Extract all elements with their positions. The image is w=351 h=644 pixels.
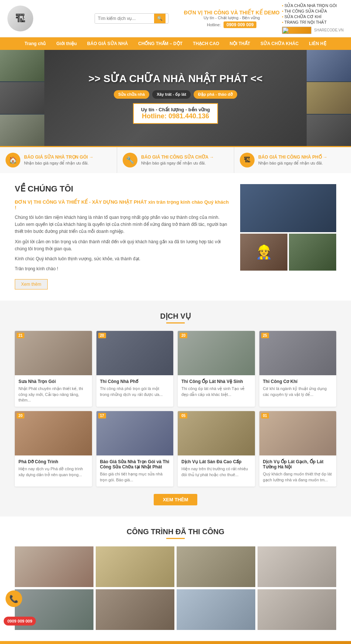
hero-badge-3[interactable]: Đập phá - tháo dỡ <box>194 90 237 99</box>
link-1[interactable]: • SỬA CHỮA NHÀ TRỌN GÓI <box>282 3 337 9</box>
about-para-3: Kính chúc Quý khách luôn thịnh vượng, sứ… <box>15 255 229 262</box>
header: 🔍 ĐƠN VỊ THI CÔNG VÀ THIẾT KẾ DEMO Uy tí… <box>0 0 351 37</box>
hero-left-img-3 <box>0 115 44 146</box>
nav-noi-that[interactable]: NỘI THẤT <box>224 37 255 50</box>
service-card-1[interactable]: 21 Sưa Nhà Trọn Gói Nhật Phát chuyên nhậ… <box>15 331 92 407</box>
company-title: ĐƠN VỊ THI CÔNG VÀ THIẾT KẾ DEMO <box>181 10 282 16</box>
nav-lien-he[interactable]: LIÊN HỆ <box>304 37 331 50</box>
nav-trang-chu[interactable]: Trang chủ <box>19 37 51 50</box>
hero-right-img-1 <box>307 50 351 81</box>
service-img-inner-1 <box>15 331 92 375</box>
about-heading: VỀ CHÚNG TÔI <box>15 184 229 194</box>
service-title-3: Thi Công Ốp Lát Nhà Vệ Sinh <box>181 379 251 384</box>
hero-badge-1[interactable]: Sửa chữa nhà <box>114 90 149 99</box>
service-img-inner-2 <box>96 331 174 375</box>
project-img-3[interactable] <box>177 546 255 587</box>
service-info-8: Dịch Vụ Ốp Lát Gạch, Ốp Lát Tường Hà Nội… <box>259 455 337 487</box>
quote-desc-1: Nhận báo giá ngay để nhận ưu đãi. <box>24 161 93 166</box>
logo-image <box>7 6 33 31</box>
quote-boxes: 🏠 BÁO GIÁ SỬA NHÀ TRỌN GÓI → Nhận báo gi… <box>0 146 351 173</box>
project-img-1[interactable] <box>15 546 93 587</box>
float-phone-button[interactable]: 📞 <box>6 590 22 607</box>
services-section: DỊCH VỤ 21 Sưa Nhà Trọn Gói Nhật Phát ch… <box>0 301 351 516</box>
service-img-7: 05 <box>178 411 255 455</box>
project-img-4[interactable] <box>258 546 336 587</box>
service-badge-1: 21 <box>17 333 24 338</box>
search-area: 🔍 <box>81 13 181 24</box>
hero-badge-2[interactable]: Xây trát - ốp lát <box>152 90 191 99</box>
quote-box-2[interactable]: 🔧 BÁO GIÁ THI CÔNG SỬA CHỮA → Nhận báo g… <box>117 147 234 173</box>
nav-gioi-thieu[interactable]: Giới thiệu <box>51 37 82 50</box>
nav-thach-cao[interactable]: THẠCH CAO <box>188 37 224 50</box>
quote-text-3: BÁO GIÁ THI CÔNG NHÀ PHỐ → Nhận báo giá … <box>258 155 327 166</box>
about-para-2: Xin gửi lời cảm ơn trân trọng và chân th… <box>15 238 229 252</box>
service-card-8[interactable]: 01 Dịch Vụ Ốp Lát Gạch, Ốp Lát Tường Hà … <box>259 411 337 487</box>
quote-icon-3: 🏗 <box>240 153 255 167</box>
service-img-inner-7 <box>178 411 255 455</box>
float-hotline-button[interactable]: 0909 009 009 <box>4 617 36 626</box>
nav-sua-chua[interactable]: SỬA CHỮA KHÁC <box>255 37 304 50</box>
sharecode-logo <box>282 27 311 34</box>
project-img-8[interactable] <box>258 589 336 630</box>
hotline-label: Hotline: <box>207 23 221 27</box>
service-info-6: Báo Giá Sửa Nhà Trọn Gói và Thi Công Sửa… <box>96 455 174 487</box>
service-desc-7: Hiện nay trên thị trường có rất nhiều đố… <box>181 466 251 478</box>
project-img-7[interactable] <box>177 589 255 630</box>
service-title-8: Dịch Vụ Ốp Lát Gạch, Ốp Lát Tường Hà Nội <box>263 459 333 470</box>
about-img-bottom-grid: 👷 <box>240 234 336 271</box>
link-3[interactable]: • SỬA CHỮA CƠ KHÍ <box>282 14 321 20</box>
project-img-6[interactable] <box>96 589 174 630</box>
quote-box-1[interactable]: 🏠 BÁO GIÁ SỬA NHÀ TRỌN GÓI → Nhận báo gi… <box>0 147 117 173</box>
service-card-7[interactable]: 05 Dịch Vụ Lát Sàn Đá Cao Cấp Hiện nay t… <box>178 411 255 487</box>
service-card-3[interactable]: 20 Thi Công Ốp Lát Nhà Vệ Sinh Thi công … <box>178 331 255 407</box>
service-info-1: Sưa Nhà Trọn Gói Nhật Phát chuyên nhận t… <box>15 375 92 407</box>
service-badge-2: 20 <box>98 333 106 338</box>
projects-title: CÔNG TRÌNH ĐÃ THI CÔNG <box>15 528 336 536</box>
service-desc-8: Quý khách đang muốn thiết thợ ốp lát gạc… <box>263 471 333 483</box>
xem-them-gold-button[interactable]: XEM THÊM <box>154 494 198 505</box>
service-badge-5: 20 <box>17 413 24 418</box>
quote-text-1: BÁO GIÁ SỬA NHÀ TRỌN GÓI → Nhận báo giá … <box>24 155 93 166</box>
search-button[interactable]: 🔍 <box>154 14 166 23</box>
service-info-5: Phá Dỡ Công Trình Hiện nay dịch vụ Phá d… <box>15 455 92 481</box>
service-badge-7: 05 <box>180 413 187 418</box>
link-4[interactable]: • TRANG TRÍ NỘI THẤT <box>282 20 327 25</box>
about-section: VỀ CHÚNG TÔI ĐƠN VỊ THI CÔNG VÀ THIẾT KẾ… <box>0 173 351 301</box>
hero-tagline: Uy tín - Chất lượng - bền vững <box>141 107 210 112</box>
service-desc-2: Thi công nhà phố trọn gói là một trong n… <box>100 386 170 397</box>
service-card-5[interactable]: 20 Phá Dỡ Công Trình Hiện nay dịch vụ Ph… <box>15 411 92 487</box>
hero-right-img-2 <box>307 82 351 113</box>
company-subtitle: Uy tín - Chất lượng - Bền vững <box>181 16 282 20</box>
service-card-4[interactable]: 25 Thi Công Cơ Khí Cơ khí là ngành kỹ th… <box>259 331 337 407</box>
service-card-6[interactable]: 17 Báo Giá Sửa Nhà Trọn Gói và Thi Công … <box>96 411 174 487</box>
hero-left-img-1 <box>0 50 44 81</box>
service-img-inner-3 <box>178 331 255 375</box>
project-img-2[interactable] <box>96 546 174 587</box>
quote-icon-2: 🔧 <box>123 153 137 167</box>
services-underline <box>166 322 185 323</box>
nav-chong-tham[interactable]: CHỐNG THẤM – DỘT <box>133 37 188 50</box>
quote-text-2: BÁO GIÁ THI CÔNG SỬA CHỮA → Nhận báo giá… <box>141 155 214 166</box>
hero-right-images <box>307 50 351 146</box>
service-info-7: Dịch Vụ Lát Sàn Đá Cao Cấp Hiện nay trên… <box>178 455 255 481</box>
service-img-8: 01 <box>259 411 337 455</box>
about-building-img <box>289 234 336 271</box>
service-card-2[interactable]: 20 Thi Công Nhà Phố Thi công nhà phố trọ… <box>96 331 174 407</box>
link-2[interactable]: • THI CÔNG SỬA CHỮA <box>282 9 327 14</box>
about-images: 👷 <box>240 184 336 271</box>
service-img-5: 20 <box>15 411 92 455</box>
hotline-number[interactable]: 0909 009 009 <box>224 21 256 28</box>
service-img-1: 21 <box>15 331 92 375</box>
projects-underline <box>166 538 185 539</box>
service-badge-3: 20 <box>180 333 187 338</box>
hero-hotline[interactable]: Hotline: 0981.440.136 <box>141 112 210 120</box>
quote-box-3[interactable]: 🏗 BÁO GIÁ THI CÔNG NHÀ PHỐ → Nhận báo gi… <box>234 147 351 173</box>
projects-grid <box>15 546 336 630</box>
search-input[interactable] <box>95 14 154 23</box>
nav-bao-gia[interactable]: BÁO GIÁ SỬA NHÀ <box>82 37 133 50</box>
hero-left-img-2 <box>0 82 44 113</box>
xem-them-button[interactable]: Xem thêm <box>15 279 48 289</box>
xem-them-center: XEM THÊM <box>15 494 336 505</box>
quote-title-1: BÁO GIÁ SỬA NHÀ TRỌN GÓI → <box>24 155 93 160</box>
search-box: 🔍 <box>95 13 168 24</box>
